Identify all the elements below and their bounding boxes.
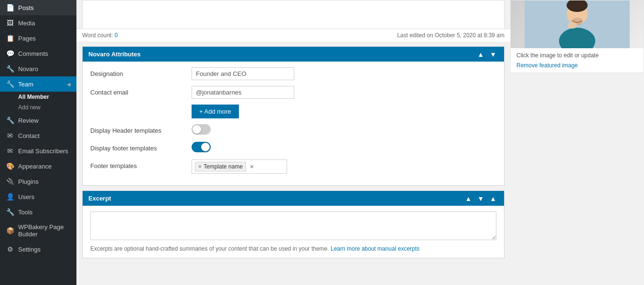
- display-footer-knob: [201, 143, 210, 151]
- featured-image-container[interactable]: [511, 0, 644, 48]
- metabox-collapse-down-button[interactable]: ▼: [488, 51, 498, 58]
- sidebar-item-wpbakery-label: WPBakery Page Builder: [18, 223, 71, 238]
- contact-email-input[interactable]: [192, 86, 294, 99]
- editor-top-area: [82, 0, 504, 29]
- excerpt-metabox: Excerpt ▲ ▼ ▲ Excerpts are optional hand…: [82, 190, 504, 258]
- excerpt-note: Excerpts are optional hand-crafted summa…: [90, 245, 496, 252]
- sidebar-item-pages[interactable]: 📋 Pages: [0, 31, 76, 46]
- designation-input-wrapper: [192, 67, 294, 80]
- sidebar-sub-all-member[interactable]: All Member: [0, 92, 76, 102]
- word-count-value: 0: [115, 32, 118, 39]
- excerpt-controls: ▲ ▼ ▲: [463, 195, 498, 202]
- excerpt-textarea[interactable]: [90, 211, 496, 240]
- footer-templates-tag-input[interactable]: × Template name ×: [192, 159, 287, 174]
- sidebar-item-contact-label: Contact: [18, 132, 40, 139]
- learn-more-link[interactable]: Learn more about manual excerpts: [331, 245, 419, 252]
- users-icon: 👤: [6, 193, 14, 201]
- sidebar-item-posts[interactable]: 📄 Posts: [0, 0, 76, 15]
- sidebar-item-email-subscribers[interactable]: ✉ Email Subscribers: [0, 143, 76, 158]
- add-more-button[interactable]: + Add more: [192, 105, 239, 118]
- display-footer-toggle-wrapper: [192, 142, 211, 154]
- metabox-collapse-up-button[interactable]: ▲: [475, 51, 486, 58]
- appearance-icon: 🎨: [6, 162, 14, 170]
- display-footer-toggle[interactable]: [192, 142, 211, 152]
- novaro-attributes-body: Designation Contact email + Add more D: [83, 62, 504, 185]
- sidebar-item-settings[interactable]: ⚙ Settings: [0, 242, 76, 257]
- tag-close-all-button[interactable]: ×: [248, 163, 256, 170]
- sidebar-item-media[interactable]: 🖼 Media: [0, 15, 76, 31]
- sidebar-item-appearance[interactable]: 🎨 Appearance: [0, 158, 76, 174]
- word-count-label: Word count:: [82, 32, 113, 39]
- sidebar-item-review-label: Review: [18, 117, 39, 124]
- footer-templates-label: Footer templates: [90, 159, 186, 169]
- excerpt-body: Excerpts are optional hand-crafted summa…: [83, 206, 504, 258]
- right-sidebar: Click the image to edit or update Remove…: [510, 0, 644, 285]
- sidebar-item-pages-label: Pages: [18, 35, 36, 42]
- svg-point-5: [568, 22, 577, 29]
- sidebar-item-posts-label: Posts: [18, 4, 34, 11]
- sidebar-item-review[interactable]: 🔧 Review: [0, 113, 76, 128]
- designation-label: Designation: [90, 67, 186, 77]
- word-count-bar: Word count: 0 Last edited on October 5, …: [76, 29, 510, 42]
- sidebar-item-novaro-label: Novaro: [18, 65, 38, 73]
- sidebar-item-users[interactable]: 👤 Users: [0, 189, 76, 204]
- sidebar-item-contact[interactable]: ✉ Contact: [0, 128, 76, 143]
- display-header-toggle[interactable]: [192, 124, 211, 135]
- sidebar-item-plugins-label: Plugins: [18, 178, 39, 185]
- designation-field-row: Designation: [90, 67, 496, 80]
- sidebar-item-media-label: Media: [18, 20, 35, 27]
- template-name-tag: × Template name: [195, 162, 246, 171]
- excerpt-collapse-up-button[interactable]: ▲: [463, 195, 473, 202]
- team-icon: 🔧: [6, 80, 14, 88]
- sidebar-item-wpbakery[interactable]: 📦 WPBakery Page Builder: [0, 220, 76, 242]
- all-member-label: All Member: [18, 94, 49, 100]
- sidebar-item-tools-label: Tools: [18, 209, 32, 216]
- tag-label: Template name: [204, 163, 243, 170]
- sidebar-item-settings-label: Settings: [18, 246, 41, 253]
- sidebar-item-team-label: Team: [18, 81, 33, 88]
- tag-remove-x[interactable]: ×: [198, 163, 202, 170]
- sidebar-item-comments-label: Comments: [18, 50, 48, 57]
- word-count-text: Word count: 0: [82, 32, 118, 39]
- novaro-attributes-metabox: Novaro Attributes ▲ ▼ Designation Contac…: [82, 46, 504, 186]
- display-footer-field-row: Display footer templates: [90, 142, 496, 154]
- contact-email-label: Contact email: [90, 86, 186, 96]
- tools-icon: 🔧: [6, 208, 14, 216]
- excerpt-collapse-down-button[interactable]: ▼: [475, 195, 486, 202]
- team-arrow-icon: ◀: [67, 82, 71, 87]
- excerpt-collapse-min-button[interactable]: ▲: [488, 195, 498, 202]
- featured-image-edit-label: Click the image to edit or update: [516, 52, 638, 59]
- footer-templates-field-row: Footer templates × Template name ×: [90, 159, 496, 174]
- comments-icon: 💬: [6, 50, 14, 57]
- settings-icon: ⚙: [6, 245, 14, 253]
- sidebar-item-team[interactable]: 🔧 Team ◀: [0, 76, 76, 92]
- main-content: Word count: 0 Last edited on October 5, …: [76, 0, 510, 285]
- display-header-label: Display Header templates: [90, 124, 186, 134]
- remove-featured-image-link[interactable]: Remove featured image: [516, 62, 578, 69]
- sidebar-item-email-subscribers-label: Email Subscribers: [18, 148, 68, 155]
- contact-email-field-row: Contact email: [90, 86, 496, 99]
- novaro-attributes-title: Novaro Attributes: [88, 51, 140, 58]
- plugins-icon: 🔌: [6, 178, 14, 185]
- sidebar-item-users-label: Users: [18, 193, 34, 201]
- featured-image-svg: [525, 0, 630, 48]
- pages-icon: 📋: [6, 34, 14, 42]
- contact-email-input-wrapper: [192, 86, 294, 99]
- sidebar-sub-add-new[interactable]: Add new: [0, 102, 76, 113]
- sidebar-item-novaro[interactable]: 🔧 Novaro: [0, 61, 76, 76]
- excerpt-header[interactable]: Excerpt ▲ ▼ ▲: [83, 191, 504, 206]
- posts-icon: 📄: [6, 4, 14, 11]
- metabox-controls: ▲ ▼: [475, 51, 498, 58]
- last-edited-text: Last edited on October 5, 2020 at 8:39 a…: [397, 32, 504, 39]
- display-header-toggle-wrapper: [192, 124, 211, 136]
- novaro-attributes-header[interactable]: Novaro Attributes ▲ ▼: [83, 47, 504, 62]
- sidebar-item-comments[interactable]: 💬 Comments: [0, 46, 76, 61]
- content-wrapper: Word count: 0 Last edited on October 5, …: [76, 0, 644, 285]
- sidebar-item-plugins[interactable]: 🔌 Plugins: [0, 174, 76, 189]
- designation-input[interactable]: [192, 67, 294, 80]
- review-icon: 🔧: [6, 116, 14, 124]
- featured-image-footer: Click the image to edit or update Remove…: [511, 48, 644, 73]
- display-footer-slider: [192, 142, 211, 152]
- sidebar-item-tools[interactable]: 🔧 Tools: [0, 204, 76, 220]
- contact-icon: ✉: [6, 132, 14, 139]
